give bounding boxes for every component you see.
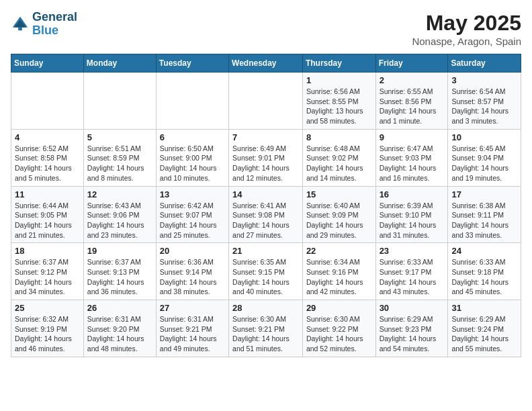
day-number: 31: [451, 303, 517, 313]
calendar-cell: 26Sunrise: 6:31 AMSunset: 9:20 PMDayligh…: [83, 300, 156, 357]
day-info: Sunrise: 6:33 AMSunset: 9:17 PMDaylight:…: [380, 257, 445, 297]
weekday-header: Sunday: [11, 54, 84, 73]
calendar-cell: 29Sunrise: 6:30 AMSunset: 9:22 PMDayligh…: [302, 300, 375, 357]
day-number: 4: [15, 132, 80, 142]
day-number: 20: [160, 246, 225, 256]
day-info: Sunrise: 6:48 AMSunset: 9:02 PMDaylight:…: [306, 144, 372, 183]
calendar-cell: 21Sunrise: 6:35 AMSunset: 9:15 PMDayligh…: [229, 243, 303, 300]
day-number: 27: [160, 303, 225, 313]
day-info: Sunrise: 6:56 AMSunset: 8:55 PMDaylight:…: [306, 87, 372, 126]
logo-icon: [11, 15, 30, 34]
day-info: Sunrise: 6:29 AMSunset: 9:24 PMDaylight:…: [451, 314, 517, 354]
day-info: Sunrise: 6:41 AMSunset: 9:08 PMDaylight:…: [232, 201, 299, 240]
weekday-header: Monday: [83, 54, 156, 73]
day-info: Sunrise: 6:31 AMSunset: 9:20 PMDaylight:…: [87, 314, 152, 354]
page-header: General Blue May 2025 Nonaspe, Aragon, S…: [11, 11, 521, 47]
weekday-header: Wednesday: [229, 54, 303, 73]
day-info: Sunrise: 6:31 AMSunset: 9:21 PMDaylight:…: [160, 314, 225, 354]
calendar-week-row: 1Sunrise: 6:56 AMSunset: 8:55 PMDaylight…: [11, 73, 521, 130]
title-block: May 2025 Nonaspe, Aragon, Spain: [412, 11, 521, 47]
day-number: 5: [87, 132, 152, 142]
day-number: 16: [380, 189, 445, 199]
day-number: 14: [232, 189, 299, 199]
day-info: Sunrise: 6:37 AMSunset: 9:13 PMDaylight:…: [87, 257, 152, 297]
calendar-cell: [83, 73, 156, 130]
month-title: May 2025: [412, 11, 521, 36]
day-number: 11: [15, 189, 80, 199]
calendar-cell: 18Sunrise: 6:37 AMSunset: 9:12 PMDayligh…: [11, 243, 84, 300]
calendar-cell: 11Sunrise: 6:44 AMSunset: 9:05 PMDayligh…: [11, 186, 84, 243]
day-info: Sunrise: 6:47 AMSunset: 9:03 PMDaylight:…: [380, 144, 445, 183]
calendar-cell: [229, 73, 303, 130]
calendar-cell: 31Sunrise: 6:29 AMSunset: 9:24 PMDayligh…: [448, 300, 521, 357]
day-info: Sunrise: 6:38 AMSunset: 9:11 PMDaylight:…: [451, 201, 517, 240]
day-number: 19: [87, 246, 152, 256]
calendar-cell: 17Sunrise: 6:38 AMSunset: 9:11 PMDayligh…: [448, 186, 521, 243]
calendar-cell: 27Sunrise: 6:31 AMSunset: 9:21 PMDayligh…: [156, 300, 228, 357]
day-number: 23: [380, 246, 445, 256]
calendar-cell: 16Sunrise: 6:39 AMSunset: 9:10 PMDayligh…: [375, 186, 448, 243]
day-info: Sunrise: 6:45 AMSunset: 9:04 PMDaylight:…: [451, 144, 517, 183]
day-info: Sunrise: 6:40 AMSunset: 9:09 PMDaylight:…: [306, 201, 372, 240]
day-info: Sunrise: 6:49 AMSunset: 9:01 PMDaylight:…: [232, 144, 299, 183]
day-info: Sunrise: 6:43 AMSunset: 9:06 PMDaylight:…: [87, 201, 152, 240]
day-number: 25: [15, 303, 80, 313]
day-number: 17: [451, 189, 517, 199]
day-info: Sunrise: 6:32 AMSunset: 9:19 PMDaylight:…: [15, 314, 80, 354]
day-info: Sunrise: 6:35 AMSunset: 9:15 PMDaylight:…: [232, 257, 299, 297]
day-number: 26: [87, 303, 152, 313]
day-info: Sunrise: 6:29 AMSunset: 9:23 PMDaylight:…: [380, 314, 445, 354]
calendar-cell: 4Sunrise: 6:52 AMSunset: 8:58 PMDaylight…: [11, 129, 84, 186]
weekday-header: Friday: [375, 54, 448, 73]
calendar-cell: 30Sunrise: 6:29 AMSunset: 9:23 PMDayligh…: [375, 300, 448, 357]
day-info: Sunrise: 6:34 AMSunset: 9:16 PMDaylight:…: [306, 257, 372, 297]
weekday-header: Tuesday: [156, 54, 228, 73]
svg-rect-2: [18, 27, 22, 30]
day-number: 12: [87, 189, 152, 199]
day-info: Sunrise: 6:54 AMSunset: 8:57 PMDaylight:…: [451, 87, 517, 126]
day-info: Sunrise: 6:30 AMSunset: 9:21 PMDaylight:…: [232, 314, 299, 354]
calendar-week-row: 25Sunrise: 6:32 AMSunset: 9:19 PMDayligh…: [11, 300, 521, 357]
calendar-cell: 22Sunrise: 6:34 AMSunset: 9:16 PMDayligh…: [302, 243, 375, 300]
day-number: 10: [451, 132, 517, 142]
logo-text: General Blue: [32, 11, 77, 38]
calendar-cell: 24Sunrise: 6:33 AMSunset: 9:18 PMDayligh…: [448, 243, 521, 300]
day-info: Sunrise: 6:42 AMSunset: 9:07 PMDaylight:…: [160, 201, 225, 240]
calendar-cell: 8Sunrise: 6:48 AMSunset: 9:02 PMDaylight…: [302, 129, 375, 186]
calendar-week-row: 11Sunrise: 6:44 AMSunset: 9:05 PMDayligh…: [11, 186, 521, 243]
calendar-cell: 23Sunrise: 6:33 AMSunset: 9:17 PMDayligh…: [375, 243, 448, 300]
logo: General Blue: [11, 11, 77, 38]
day-number: 2: [380, 75, 445, 85]
day-number: 13: [160, 189, 225, 199]
calendar-cell: 20Sunrise: 6:36 AMSunset: 9:14 PMDayligh…: [156, 243, 228, 300]
day-info: Sunrise: 6:36 AMSunset: 9:14 PMDaylight:…: [160, 257, 225, 297]
day-info: Sunrise: 6:44 AMSunset: 9:05 PMDaylight:…: [15, 201, 80, 240]
calendar-cell: 19Sunrise: 6:37 AMSunset: 9:13 PMDayligh…: [83, 243, 156, 300]
day-number: 8: [306, 132, 372, 142]
location: Nonaspe, Aragon, Spain: [412, 36, 521, 47]
calendar-cell: 2Sunrise: 6:55 AMSunset: 8:56 PMDaylight…: [375, 73, 448, 130]
calendar-cell: 10Sunrise: 6:45 AMSunset: 9:04 PMDayligh…: [448, 129, 521, 186]
day-number: 29: [306, 303, 372, 313]
day-number: 28: [232, 303, 299, 313]
calendar-cell: [11, 73, 84, 130]
weekday-header: Saturday: [448, 54, 521, 73]
day-number: 18: [15, 246, 80, 256]
calendar-cell: 13Sunrise: 6:42 AMSunset: 9:07 PMDayligh…: [156, 186, 228, 243]
calendar-week-row: 4Sunrise: 6:52 AMSunset: 8:58 PMDaylight…: [11, 129, 521, 186]
calendar-cell: 15Sunrise: 6:40 AMSunset: 9:09 PMDayligh…: [302, 186, 375, 243]
day-number: 3: [451, 75, 517, 85]
calendar-cell: 12Sunrise: 6:43 AMSunset: 9:06 PMDayligh…: [83, 186, 156, 243]
day-number: 6: [160, 132, 225, 142]
weekday-header: Thursday: [302, 54, 375, 73]
day-info: Sunrise: 6:55 AMSunset: 8:56 PMDaylight:…: [380, 87, 445, 126]
calendar-cell: 9Sunrise: 6:47 AMSunset: 9:03 PMDaylight…: [375, 129, 448, 186]
calendar-header: SundayMondayTuesdayWednesdayThursdayFrid…: [11, 54, 521, 73]
day-number: 7: [232, 132, 299, 142]
calendar-cell: 5Sunrise: 6:51 AMSunset: 8:59 PMDaylight…: [83, 129, 156, 186]
day-info: Sunrise: 6:30 AMSunset: 9:22 PMDaylight:…: [306, 314, 372, 354]
calendar-cell: 28Sunrise: 6:30 AMSunset: 9:21 PMDayligh…: [229, 300, 303, 357]
day-number: 1: [306, 75, 372, 85]
calendar-cell: 25Sunrise: 6:32 AMSunset: 9:19 PMDayligh…: [11, 300, 84, 357]
day-info: Sunrise: 6:52 AMSunset: 8:58 PMDaylight:…: [15, 144, 80, 183]
